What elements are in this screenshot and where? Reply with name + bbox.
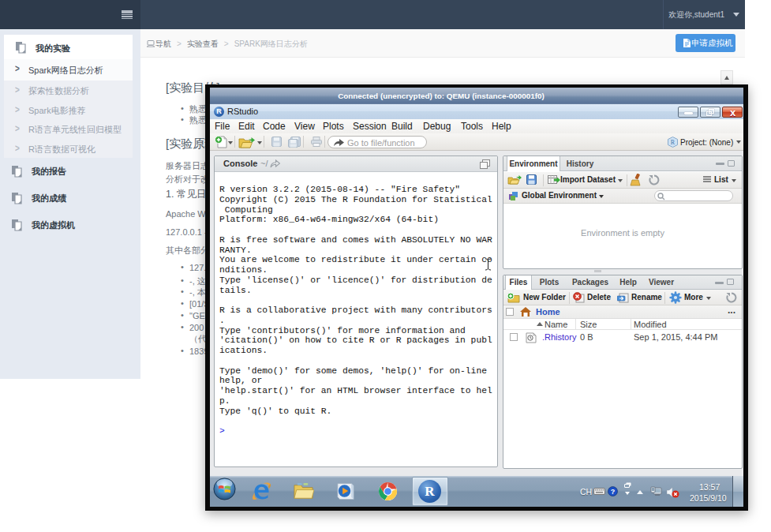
svg-text:R: R <box>671 139 676 146</box>
svg-text:?: ? <box>611 488 616 496</box>
